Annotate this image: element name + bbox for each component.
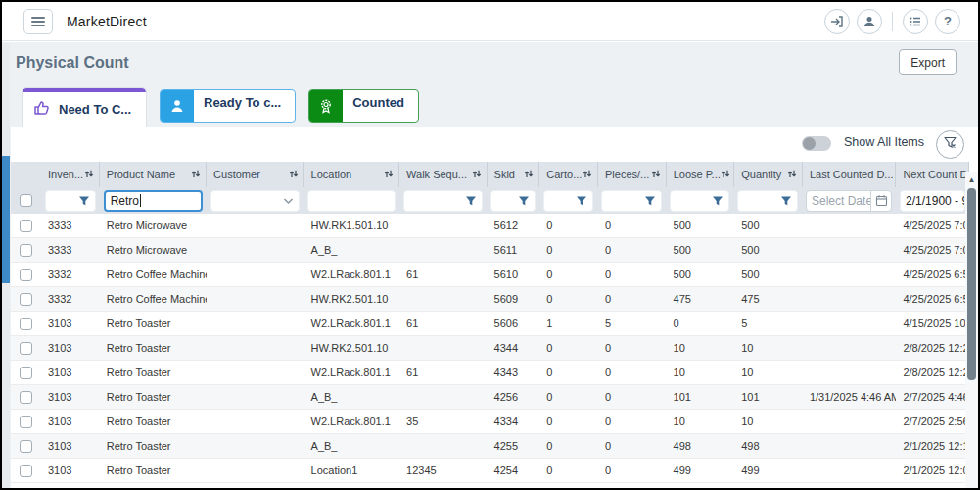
filter-input-cartons[interactable]	[543, 190, 594, 212]
filter-input-walk[interactable]	[403, 190, 483, 212]
list-view-button[interactable]	[903, 9, 928, 34]
cell-pieces: 0	[598, 434, 667, 458]
table-row[interactable]: 3103Retro ToasterW2.LRack.801.1615606150…	[11, 312, 969, 336]
filter-funnel-icon[interactable]	[644, 195, 656, 207]
filter-input-skid[interactable]	[490, 190, 536, 212]
tab-counted[interactable]: Counted	[308, 89, 419, 122]
scrollbar-thumb[interactable]	[967, 188, 976, 380]
filter-funnel-icon[interactable]	[518, 195, 530, 207]
table-row[interactable]: 3332Retro Coffee MachineHW.RK2.501.10560…	[11, 287, 969, 312]
cell-walk	[399, 238, 488, 262]
table-row[interactable]: 3103Retro ToasterW2.LRack.801.1614343001…	[11, 361, 969, 385]
row-checkbox[interactable]	[20, 367, 32, 379]
sign-in-button[interactable]	[824, 9, 850, 34]
hamburger-menu-button[interactable]	[23, 9, 53, 34]
row-checkbox[interactable]	[20, 220, 32, 232]
vertical-scrollbar-left[interactable]	[2, 43, 10, 488]
column-header-walk[interactable]: Walk Sequ...	[399, 162, 488, 187]
column-header-customer[interactable]: Customer	[207, 162, 303, 187]
cell-skid: 4344	[488, 336, 540, 360]
column-header-pieces[interactable]: Pieces/...	[598, 162, 667, 187]
table-row[interactable]: 3103Retro ToasterW2.LRack.801.1354334001…	[11, 410, 969, 434]
cell-cartons: 0	[539, 434, 598, 458]
table-row[interactable]: 3332Retro Coffee MachineW2.LRack.801.161…	[11, 263, 969, 287]
cell-customer	[207, 214, 303, 237]
export-button[interactable]: Export	[899, 49, 957, 75]
top-bar: MarketDirect ?	[2, 2, 978, 41]
show-all-items-toggle[interactable]	[802, 136, 831, 151]
row-checkbox[interactable]	[20, 391, 32, 404]
cell-loose: 10	[667, 336, 735, 360]
cell-location: W2.LRack.801.1	[304, 263, 399, 286]
vertical-scrollbar-right[interactable]: ▲	[965, 172, 978, 488]
calendar-button[interactable]	[870, 190, 892, 212]
column-header-last_counted[interactable]: Last Counted D...	[803, 162, 896, 187]
column-header-skid[interactable]: Skid	[488, 162, 540, 187]
filter-input-last_counted[interactable]: Select Date Ran	[806, 190, 871, 212]
cell-cartons: 0	[539, 287, 598, 311]
filter-input-pieces[interactable]	[601, 190, 662, 212]
filter-input-product[interactable]: Retro	[104, 190, 203, 212]
clear-filters-button[interactable]	[936, 130, 964, 159]
filter-input-location[interactable]	[307, 190, 395, 212]
filter-funnel-icon[interactable]	[780, 195, 792, 207]
column-header-location[interactable]: Location	[304, 162, 399, 187]
column-label: Quantity	[741, 169, 781, 180]
filter-cell-location	[303, 187, 398, 214]
cell-skid: 4254	[488, 459, 540, 482]
filter-input-next_count[interactable]: 2/1/1900 - 9/	[900, 190, 965, 212]
scroll-up-arrow-icon[interactable]: ▲	[965, 172, 978, 186]
cell-customer	[207, 287, 303, 311]
column-header-product[interactable]: Product Name	[100, 162, 207, 187]
cell-location: A_B_	[304, 385, 399, 409]
select-all-checkbox[interactable]	[20, 194, 32, 207]
filter-funnel-icon[interactable]	[712, 195, 723, 207]
cell-qty: 10	[734, 410, 803, 433]
sort-icon	[289, 169, 299, 181]
column-header-loose[interactable]: Loose P...	[667, 162, 735, 187]
row-checkbox[interactable]	[20, 269, 32, 281]
row-checkbox[interactable]	[20, 465, 32, 477]
cell-next_count: 4/25/2025 6:5	[896, 287, 969, 311]
table-row[interactable]: 3333Retro MicrowaveA_B_5611005005004/25/…	[11, 238, 969, 263]
row-checkbox[interactable]	[20, 416, 32, 428]
user-profile-button[interactable]	[857, 9, 882, 34]
grid-toolbar: Show All Items	[11, 127, 978, 162]
filter-input-qty[interactable]	[737, 190, 798, 212]
column-header-next_count[interactable]: Next Count Dat	[896, 162, 969, 187]
filter-funnel-icon[interactable]	[78, 195, 90, 207]
data-grid: Inven...Product NameCustomerLocationWalk…	[11, 162, 969, 483]
filter-input-customer[interactable]	[210, 190, 300, 212]
column-header-inv[interactable]: Inven...	[41, 162, 100, 187]
filter-funnel-icon[interactable]	[465, 195, 477, 207]
row-checkbox[interactable]	[20, 318, 32, 330]
row-checkbox[interactable]	[20, 440, 32, 453]
sort-icon	[191, 169, 201, 181]
tab-need-to-count[interactable]: Need To C...	[22, 87, 147, 127]
row-checkbox[interactable]	[20, 342, 32, 355]
table-row[interactable]: 3103Retro ToasterA_B_4255004984982/1/202…	[11, 434, 969, 459]
cell-pieces: 0	[598, 263, 667, 286]
sort-icon	[84, 169, 94, 181]
help-button[interactable]: ?	[935, 9, 960, 34]
row-checkbox[interactable]	[20, 244, 32, 257]
table-row[interactable]: 3103Retro ToasterA_B_4256001011011/31/20…	[11, 385, 969, 410]
chevron-down-icon[interactable]	[283, 197, 294, 205]
filter-input-inv[interactable]	[45, 190, 96, 212]
scrollbar-thumb[interactable]	[2, 156, 10, 283]
column-label: Loose P...	[674, 169, 721, 180]
filter-funnel-icon[interactable]	[576, 195, 587, 207]
cell-next_count: 2/8/2025 12:2	[896, 361, 969, 384]
tab-label: Counted	[343, 95, 418, 110]
person-icon	[161, 90, 194, 122]
tab-ready-to-count[interactable]: Ready To c...	[160, 89, 296, 122]
column-header-cartons[interactable]: Carto...	[539, 162, 598, 187]
column-header-qty[interactable]: Quantity	[734, 162, 803, 187]
cell-location: W2.LRack.801.1	[304, 312, 399, 335]
filter-input-loose[interactable]	[670, 190, 730, 212]
table-row[interactable]: 3333Retro MicrowaveHW.RK1.501.1056120050…	[11, 214, 969, 238]
table-row[interactable]: 3103Retro ToasterLocation112345425400499…	[11, 459, 969, 483]
table-row[interactable]: 3103Retro ToasterHW.RK2.501.104344001010…	[11, 336, 969, 361]
row-checkbox[interactable]	[20, 293, 32, 306]
cell-pieces: 0	[598, 361, 667, 384]
